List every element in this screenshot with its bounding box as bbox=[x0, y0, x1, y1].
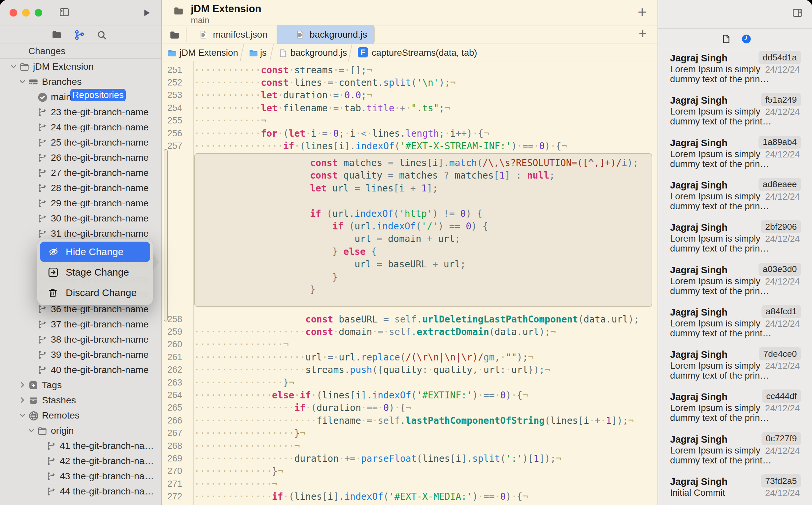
commit-date: 24/12/24 bbox=[765, 107, 800, 117]
sidebar-item-branch[interactable]: 40 the-git-branch-name bbox=[0, 363, 161, 378]
run-play-icon[interactable] bbox=[141, 7, 152, 18]
commit-hash-badge: 0c727f9 bbox=[762, 432, 801, 445]
commit-hash-badge: 73fd2a5 bbox=[761, 474, 801, 488]
zoom-window-button[interactable] bbox=[35, 9, 42, 16]
breadcrumb-item[interactable]: background.js bbox=[291, 47, 347, 58]
commit-author: Jagraj Singh bbox=[670, 138, 727, 149]
changed-code-line: } bbox=[195, 272, 652, 284]
line-number: 256 bbox=[162, 128, 186, 139]
toggle-left-sidebar-icon[interactable] bbox=[58, 7, 71, 18]
commit-author: Jagraj Singh bbox=[670, 180, 727, 191]
commit-row[interactable]: Jagraj Singhad8eaeeLorem Ipsum is simply… bbox=[658, 180, 812, 219]
tab-background-js[interactable]: background.js bbox=[277, 25, 374, 44]
menu-item-stage-change[interactable]: Stage Change bbox=[40, 262, 150, 283]
chevron-down-icon[interactable] bbox=[18, 77, 27, 87]
commit-row[interactable]: Jagraj Singh2bf2906Lorem Ipsum is simply… bbox=[658, 222, 812, 262]
changed-code-line: const matches = lines[i].match(/\,\s?RES… bbox=[195, 157, 652, 170]
sidebar-item-branch[interactable]: 43 the-git-branch-na… bbox=[0, 469, 161, 484]
sidebar-item-jdm-extension[interactable]: jDM Extension bbox=[0, 59, 161, 74]
sidebar-item-remotes[interactable]: Remotes bbox=[0, 408, 161, 423]
commit-row[interactable]: Jagraj Singh1a89ab4Lorem Ipsum is simply… bbox=[658, 138, 812, 177]
files-icon[interactable] bbox=[50, 29, 63, 40]
highlighted-change-block[interactable]: const matches = lines[i].match(/\,\s?RES… bbox=[194, 153, 652, 307]
menu-item-hide-change[interactable]: Hide Change bbox=[40, 241, 150, 262]
toggle-right-sidebar-icon[interactable] bbox=[791, 7, 804, 18]
code-editor[interactable]: 251············const·streams·=·[];¬252··… bbox=[162, 61, 658, 505]
sidebar-item-branches[interactable]: Branches bbox=[0, 74, 161, 90]
sidebar-item-branch[interactable]: 29 the-git-branch-name bbox=[0, 196, 161, 211]
chevron-right-icon[interactable] bbox=[18, 380, 27, 390]
trash-icon bbox=[47, 287, 60, 299]
branch-icon bbox=[37, 319, 47, 331]
breadcrumb-item[interactable]: js bbox=[260, 47, 267, 58]
commit-message: dummy text of the prin… bbox=[670, 243, 769, 254]
commit-row[interactable]: Jagraj Singh7de4ce0Lorem Ipsum is simply… bbox=[658, 349, 812, 389]
search-icon[interactable] bbox=[96, 29, 108, 41]
code-line: 259····················const·domain·=·se… bbox=[162, 325, 658, 338]
sidebar-item-branch[interactable]: 37 the-git-branch-name bbox=[0, 317, 161, 332]
code-line: 272··············if·(lines[i].indexOf('#… bbox=[162, 490, 658, 503]
sidebar-item-branch[interactable]: 27 the-git-branch-name bbox=[0, 166, 161, 181]
commit-hash-badge: 1a89ab4 bbox=[759, 136, 801, 149]
file-browser-icon[interactable] bbox=[168, 29, 181, 41]
sidebar-item-branch[interactable]: 30 the-git-branch-name bbox=[0, 211, 161, 226]
commit-date: 24/12/24 bbox=[765, 192, 800, 202]
sidebar-item-branch[interactable]: 39 the-git-branch-name bbox=[0, 348, 161, 362]
sidebar-item-branch[interactable]: 41 the-git-branch-na… bbox=[0, 439, 161, 454]
tree-item-label: Tags bbox=[42, 379, 62, 390]
sidebar-item-tags[interactable]: Tags bbox=[0, 378, 161, 393]
changed-code-line: } bbox=[195, 284, 652, 297]
branch-icon bbox=[37, 153, 47, 164]
menu-item-discard-change[interactable]: Discard Change bbox=[40, 283, 150, 303]
commit-author: Jagraj Singh bbox=[670, 349, 727, 360]
sidebar-item-main[interactable]: main bbox=[0, 90, 161, 105]
commit-row[interactable]: Jagraj Singhf51a249Lorem Ipsum is simply… bbox=[658, 95, 812, 135]
sidebar-item-branch[interactable]: 42 the-git-branch-na… bbox=[0, 454, 161, 469]
branch-icon bbox=[37, 334, 47, 346]
commit-row[interactable]: Jagraj Singh73fd2a5Initial Commit24/12/2… bbox=[658, 476, 812, 505]
file-tabbar: manifest.json background.js + bbox=[162, 25, 658, 44]
commit-message: dummy text of the prin… bbox=[670, 286, 769, 296]
tab-changes[interactable]: Changes bbox=[28, 46, 65, 56]
line-number: 257 bbox=[162, 141, 186, 151]
code-line: 255············¬ bbox=[162, 115, 658, 127]
commit-row[interactable]: Jagraj Singhcc444dfLorem Ipsum is simply… bbox=[658, 391, 812, 431]
commit-row[interactable]: Jagraj Singha84fcd1Lorem Ipsum is simply… bbox=[658, 307, 812, 347]
close-window-button[interactable] bbox=[10, 9, 17, 16]
chevron-right-icon[interactable] bbox=[18, 396, 27, 406]
breadcrumb-item[interactable]: captureStreams(data, tab) bbox=[372, 47, 477, 58]
sidebar-item-branch[interactable]: 24 the-git-branch-name bbox=[0, 120, 161, 135]
minimize-window-button[interactable] bbox=[22, 9, 30, 16]
sidebar-item-branch[interactable]: 28 the-git-branch-name bbox=[0, 181, 161, 196]
file-info-icon[interactable] bbox=[720, 34, 731, 44]
commit-row[interactable]: Jagraj Singh0c727f9Lorem Ipsum is simply… bbox=[658, 434, 812, 474]
sidebar-item-branch[interactable]: 26 the-git-branch-name bbox=[0, 151, 161, 165]
menu-item-label: Discard Change bbox=[66, 287, 137, 298]
breadcrumb-item[interactable]: jDM Extension bbox=[180, 47, 238, 58]
chevron-down-icon[interactable] bbox=[27, 426, 36, 436]
chevron-down-icon[interactable] bbox=[18, 411, 27, 421]
sidebar-item-branch[interactable]: 44 the-git-branch-na… bbox=[0, 484, 161, 499]
tab-manifest-json[interactable]: manifest.json bbox=[186, 25, 276, 44]
chevron-down-icon[interactable] bbox=[9, 62, 18, 72]
change-marker[interactable] bbox=[164, 149, 168, 322]
sidebar-item-stashes[interactable]: Stashes bbox=[0, 393, 161, 408]
source-control-icon[interactable] bbox=[73, 29, 86, 41]
sidebar-item-branch[interactable]: 25 the-git-branch-name bbox=[0, 135, 161, 150]
new-file-tab-button[interactable]: + bbox=[639, 27, 647, 40]
commit-author: Jagraj Singh bbox=[670, 53, 727, 64]
commit-row[interactable]: Jagraj Singha03e3d0Lorem Ipsum is simply… bbox=[658, 265, 812, 304]
line-number: 270 bbox=[162, 466, 186, 476]
sidebar-item-branch[interactable]: 23 the-git-branch-name bbox=[0, 105, 161, 120]
changed-code-line bbox=[195, 195, 652, 208]
file-icon bbox=[295, 29, 305, 40]
changed-code-line: if (url.indexOf('/') == 0) { bbox=[195, 221, 652, 233]
code-line: 260················¬ bbox=[162, 338, 658, 351]
sidebar-item-branch[interactable]: 38 the-git-branch-name bbox=[0, 332, 161, 347]
new-repo-tab-button[interactable]: + bbox=[638, 5, 647, 18]
branch-icon bbox=[37, 107, 47, 119]
history-clock-icon[interactable] bbox=[741, 34, 752, 44]
commit-row[interactable]: Jagraj Singhdd54d1aLorem Ipsum is simply… bbox=[658, 53, 812, 93]
line-number: 272 bbox=[162, 491, 186, 502]
sidebar-item-origin[interactable]: origin bbox=[0, 424, 161, 438]
